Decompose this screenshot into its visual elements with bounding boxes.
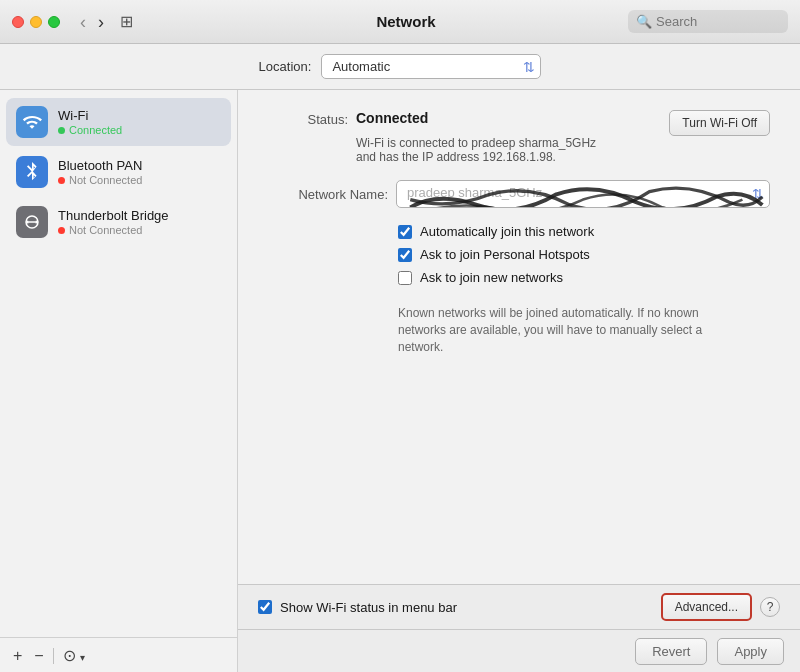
thunderbolt-item-name: Thunderbolt Bridge <box>58 208 169 223</box>
wifi-item-name: Wi-Fi <box>58 108 122 123</box>
action-bar: Revert Apply <box>238 629 800 672</box>
location-select[interactable]: Automatic Home Work <box>321 54 541 79</box>
thunderbolt-item-info: Thunderbolt Bridge Not Connected <box>58 208 169 236</box>
add-network-button[interactable]: + <box>8 646 27 666</box>
svg-point-2 <box>35 221 38 224</box>
wifi-item-status: Connected <box>58 124 122 136</box>
close-button[interactable] <box>12 16 24 28</box>
revert-button[interactable]: Revert <box>635 638 707 665</box>
auto-join-label[interactable]: Automatically join this network <box>420 224 594 239</box>
search-box[interactable]: 🔍 <box>628 10 788 33</box>
known-networks-note: Known networks will be joined automatica… <box>398 305 718 355</box>
window-title: Network <box>376 13 435 30</box>
status-description: Wi-Fi is connected to pradeep sharma_5GH… <box>356 136 770 164</box>
thunderbolt-status-dot <box>58 227 65 234</box>
bluetooth-item-status: Not Connected <box>58 174 142 186</box>
search-icon: 🔍 <box>636 14 652 29</box>
personal-hotspot-row: Ask to join Personal Hotspots <box>398 247 770 262</box>
network-name-field[interactable]: pradeep sharma_5GHz <box>396 180 770 208</box>
bluetooth-icon-container <box>16 156 48 188</box>
wifi-item-info: Wi-Fi Connected <box>58 108 122 136</box>
action-menu-button[interactable]: ⊙ ▾ <box>58 646 90 666</box>
action-icon: ⊙ <box>63 647 76 664</box>
bluetooth-item-info: Bluetooth PAN Not Connected <box>58 158 142 186</box>
svg-point-1 <box>26 221 29 224</box>
advanced-button[interactable]: Advanced... <box>661 593 752 621</box>
sidebar-list: Wi-Fi Connected Bluetooth PAN <box>0 90 237 637</box>
thunderbolt-icon <box>23 212 41 232</box>
thunderbolt-status-text: Not Connected <box>69 224 142 236</box>
content-wrapper: Status: Turn Wi-Fi Off Connected Wi-Fi i… <box>238 90 800 672</box>
location-bar: Location: Automatic Home Work ⇅ <box>0 44 800 90</box>
sidebar-footer: + − ⊙ ▾ <box>0 637 237 672</box>
personal-hotspot-label[interactable]: Ask to join Personal Hotspots <box>420 247 590 262</box>
wifi-icon-container <box>16 106 48 138</box>
footer-divider <box>53 648 54 664</box>
show-wifi-label[interactable]: Show Wi-Fi status in menu bar <box>280 600 457 615</box>
show-wifi-checkbox[interactable] <box>258 600 272 614</box>
remove-network-button[interactable]: − <box>29 646 48 666</box>
sidebar-item-bluetooth[interactable]: Bluetooth PAN Not Connected <box>6 148 231 196</box>
new-networks-label[interactable]: Ask to join new networks <box>420 270 563 285</box>
title-bar: ‹ › ⊞ Network 🔍 <box>0 0 800 44</box>
back-button[interactable]: ‹ <box>76 11 90 33</box>
turn-wifi-button[interactable]: Turn Wi-Fi Off <box>669 110 770 136</box>
status-label: Status: <box>268 110 348 127</box>
bluetooth-status-dot <box>58 177 65 184</box>
bluetooth-icon <box>23 162 41 182</box>
app-grid-icon: ⊞ <box>120 12 133 31</box>
new-networks-checkbox[interactable] <box>398 271 412 285</box>
bluetooth-item-name: Bluetooth PAN <box>58 158 142 173</box>
location-select-wrapper: Automatic Home Work ⇅ <box>321 54 541 79</box>
minimize-button[interactable] <box>30 16 42 28</box>
nav-buttons: ‹ › <box>76 11 108 33</box>
status-connected-text: Connected <box>356 110 428 126</box>
auto-join-row: Automatically join this network <box>398 224 770 239</box>
personal-hotspot-checkbox[interactable] <box>398 248 412 262</box>
apply-button[interactable]: Apply <box>717 638 784 665</box>
show-wifi-bar: Show Wi-Fi status in menu bar Advanced..… <box>238 584 800 629</box>
wifi-status-dot <box>58 127 65 134</box>
location-label: Location: <box>259 59 312 74</box>
sidebar-item-wifi[interactable]: Wi-Fi Connected <box>6 98 231 146</box>
traffic-lights <box>12 16 60 28</box>
help-button[interactable]: ? <box>760 597 780 617</box>
network-name-label: Network Name: <box>268 187 388 202</box>
forward-button[interactable]: › <box>94 11 108 33</box>
thunderbolt-icon-container <box>16 206 48 238</box>
search-input[interactable] <box>656 14 780 29</box>
status-content: Turn Wi-Fi Off Connected Wi-Fi is connec… <box>356 110 770 164</box>
checkboxes-section: Automatically join this network Ask to j… <box>398 224 770 293</box>
main-area: Wi-Fi Connected Bluetooth PAN <box>0 90 800 672</box>
bluetooth-status-text: Not Connected <box>69 174 142 186</box>
status-section: Status: Turn Wi-Fi Off Connected Wi-Fi i… <box>268 110 770 164</box>
maximize-button[interactable] <box>48 16 60 28</box>
sidebar-item-thunderbolt[interactable]: Thunderbolt Bridge Not Connected <box>6 198 231 246</box>
network-name-text: pradeep sharma_5GHz <box>407 185 542 200</box>
wifi-status-text: Connected <box>69 124 122 136</box>
auto-join-checkbox[interactable] <box>398 225 412 239</box>
chevron-icon: ▾ <box>80 652 85 663</box>
network-name-wrapper: pradeep sharma_5GHz ⇅ <box>396 180 770 208</box>
thunderbolt-item-status: Not Connected <box>58 224 169 236</box>
sidebar: Wi-Fi Connected Bluetooth PAN <box>0 90 238 672</box>
new-networks-row: Ask to join new networks <box>398 270 770 285</box>
network-name-row: Network Name: pradeep sharma_5GHz ⇅ <box>268 180 770 208</box>
wifi-icon <box>22 112 42 132</box>
